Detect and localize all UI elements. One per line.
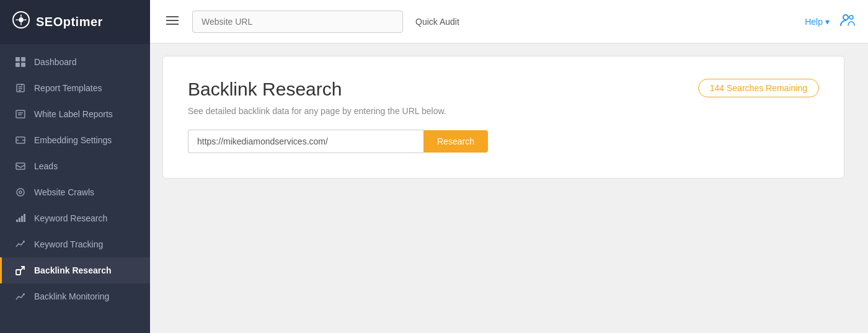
svg-point-10	[19, 191, 22, 193]
help-label: Help	[805, 17, 823, 27]
logo-icon	[12, 11, 30, 33]
header-right: Help ▾	[805, 13, 856, 30]
dashboard-icon	[14, 57, 27, 67]
card-header: Backlink Research 144 Searches Remaining	[188, 79, 819, 100]
content-area: Backlink Research 144 Searches Remaining…	[150, 43, 868, 333]
svg-point-19	[843, 15, 848, 20]
svg-rect-6	[16, 110, 25, 118]
svg-point-9	[17, 189, 24, 196]
leads-icon	[14, 161, 27, 171]
backlink-url-input[interactable]	[188, 130, 423, 153]
hamburger-button[interactable]	[162, 11, 182, 32]
sidebar-item-backlink-research[interactable]: Backlink Research	[0, 257, 150, 283]
quick-audit-button[interactable]: Quick Audit	[408, 11, 467, 32]
svg-rect-15	[16, 270, 20, 275]
page-title: Backlink Research	[188, 79, 342, 100]
help-button[interactable]: Help ▾	[805, 17, 830, 27]
sidebar-item-label: Keyword Research	[34, 213, 107, 223]
sidebar-item-dashboard[interactable]: Dashboard	[0, 49, 150, 75]
search-row: Research	[188, 130, 819, 153]
card-subtitle: See detailed backlink data for any page …	[188, 106, 819, 116]
keyword-research-icon	[14, 213, 27, 223]
users-icon[interactable]	[839, 13, 856, 30]
sidebar-item-label: Embedding Settings	[34, 135, 112, 145]
backlink-research-icon	[14, 265, 27, 275]
embedding-icon	[14, 135, 27, 145]
research-button[interactable]: Research	[423, 130, 488, 153]
sidebar-item-label: Leads	[34, 161, 58, 171]
sidebar-item-keyword-tracking[interactable]: Keyword Tracking	[0, 231, 150, 257]
backlink-research-card: Backlink Research 144 Searches Remaining…	[162, 56, 844, 179]
sidebar-item-leads[interactable]: Leads	[0, 153, 150, 179]
sidebar-nav: Dashboard Report Templates White Label R…	[0, 44, 150, 333]
help-chevron-icon: ▾	[825, 17, 830, 27]
sidebar-item-label: Website Crawls	[34, 187, 94, 197]
url-input-wrapper	[192, 11, 403, 33]
sidebar-item-white-label-reports[interactable]: White Label Reports	[0, 101, 150, 127]
sidebar-item-label: Backlink Monitoring	[34, 291, 109, 301]
sidebar-item-report-templates[interactable]: Report Templates	[0, 75, 150, 101]
svg-rect-12	[19, 218, 20, 222]
svg-rect-1	[16, 57, 20, 61]
main-area: Quick Audit Help ▾ Backlink Research 144…	[150, 0, 868, 333]
sidebar: SEOptimer Dashboard Report Templates Whi…	[0, 0, 150, 333]
svg-rect-13	[21, 216, 23, 222]
svg-rect-2	[21, 57, 25, 61]
keyword-tracking-icon	[14, 239, 27, 249]
logo: SEOptimer	[0, 0, 150, 44]
svg-rect-14	[24, 214, 25, 222]
website-url-input[interactable]	[192, 11, 403, 33]
sidebar-item-label: Dashboard	[34, 57, 77, 67]
sidebar-item-label: Report Templates	[34, 83, 102, 93]
logo-text: SEOptimer	[36, 15, 103, 29]
sidebar-item-label: Keyword Tracking	[34, 239, 103, 249]
header: Quick Audit Help ▾	[150, 0, 868, 43]
sidebar-item-embedding-settings[interactable]: Embedding Settings	[0, 127, 150, 153]
sidebar-item-website-crawls[interactable]: Website Crawls	[0, 179, 150, 205]
sidebar-item-label: White Label Reports	[34, 109, 113, 119]
svg-rect-4	[21, 63, 25, 67]
sidebar-item-label: Backlink Research	[34, 265, 112, 275]
sidebar-item-backlink-monitoring[interactable]: Backlink Monitoring	[0, 283, 150, 309]
svg-point-20	[849, 16, 853, 19]
searches-remaining-badge: 144 Searches Remaining	[698, 79, 819, 97]
svg-rect-3	[16, 63, 20, 67]
svg-rect-11	[16, 220, 18, 222]
website-crawls-icon	[14, 187, 27, 197]
report-templates-icon	[14, 83, 27, 93]
white-label-icon	[14, 109, 27, 119]
sidebar-item-keyword-research[interactable]: Keyword Research	[0, 205, 150, 231]
backlink-monitoring-icon	[14, 291, 27, 301]
